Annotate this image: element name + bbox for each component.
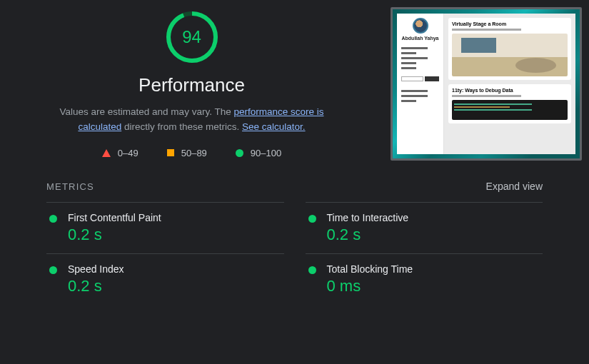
metric-value: 0.2 s [68,226,161,244]
metric-name: Total Blocking Time [327,263,413,275]
metric-name: Time to Interactive [327,212,409,223]
metric-name: Speed Index [68,263,124,275]
performance-gauge: 94 [165,10,219,64]
status-dot-icon [308,215,316,223]
score-legend: 0–49 50–89 90–100 [102,148,281,158]
metric-row[interactable]: Time to Interactive0.2 s [306,202,543,253]
metric-row[interactable]: First Contentful Paint0.2 s [46,202,284,253]
legend-average: 50–89 [167,148,207,158]
profile-name: Abdullah Yahya [401,36,439,41]
legend-fail: 0–49 [102,148,139,158]
metric-name: First Contentful Paint [68,212,161,223]
triangle-icon [102,149,111,157]
metric-value: 0.2 s [68,277,124,295]
thumb-card2-title: 11ty: Ways to Debug Data [452,88,568,93]
metrics-heading: METRICS [46,181,94,192]
metric-row[interactable]: Total Blocking Time0 ms [306,253,543,305]
metric-row[interactable]: Speed Index0.2 s [46,253,284,305]
performance-description: Values are estimated and may vary. The p… [56,105,328,135]
see-calculator-link[interactable]: See calculator. [242,121,306,132]
performance-score: 94 [165,10,219,64]
performance-title: Performance [139,74,245,96]
status-dot-icon [308,266,316,274]
page-thumbnail: Abdullah Yahya Virtually Stage a Room [391,7,582,161]
status-dot-icon [49,266,57,274]
status-dot-icon [49,215,57,223]
circle-icon [236,149,243,157]
square-icon [167,149,174,156]
metric-value: 0 ms [327,277,413,295]
legend-pass: 90–100 [236,148,281,158]
expand-view-button[interactable]: Expand view [486,181,543,192]
metric-value: 0.2 s [327,226,409,244]
thumb-card1-title: Virtually Stage a Room [452,21,568,26]
avatar [413,18,428,34]
